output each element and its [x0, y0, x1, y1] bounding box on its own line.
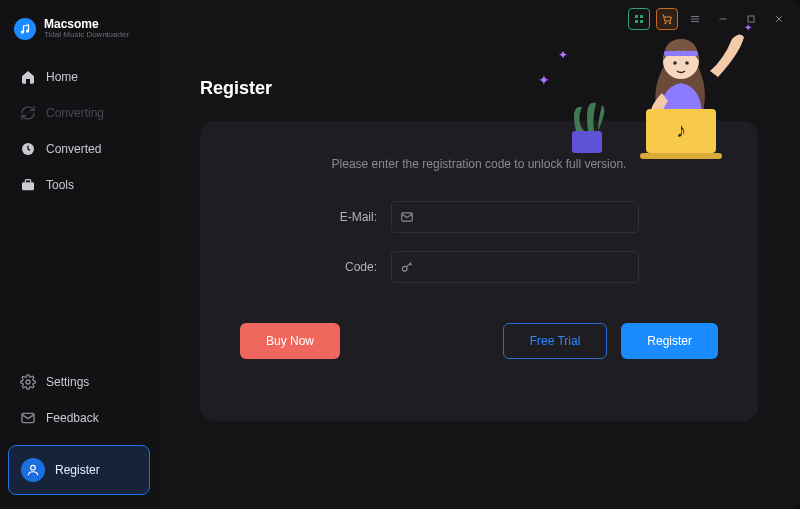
- sidebar-item-label: Settings: [46, 375, 89, 389]
- code-label: Code:: [319, 260, 377, 274]
- svg-point-11: [665, 22, 667, 24]
- sidebar-nav: Home Converting Converted Tools: [0, 60, 158, 202]
- register-card: ♪ ✦ ✦ Please enter the registration code…: [200, 121, 758, 421]
- svg-text:♪: ♪: [676, 119, 686, 141]
- sidebar-item-converting[interactable]: Converting: [10, 96, 148, 130]
- code-field-wrapper[interactable]: [391, 251, 639, 283]
- titlebar-cart-button[interactable]: [656, 8, 678, 30]
- sidebar-item-label: Tools: [46, 178, 74, 192]
- toolbox-icon: [20, 177, 36, 193]
- sidebar-item-label: Home: [46, 70, 78, 84]
- svg-rect-10: [640, 20, 643, 23]
- svg-point-21: [663, 43, 699, 79]
- brand: Macsome Tidal Music Downloader: [0, 18, 158, 60]
- sidebar-item-settings[interactable]: Settings: [10, 365, 148, 399]
- user-icon: [21, 458, 45, 482]
- email-input[interactable]: [422, 210, 630, 224]
- email-field-wrapper[interactable]: [391, 201, 639, 233]
- sidebar-item-home[interactable]: Home: [10, 60, 148, 94]
- clock-icon: [20, 141, 36, 157]
- register-form: E-Mail: Code:: [240, 201, 718, 283]
- sidebar-register-label: Register: [55, 463, 100, 477]
- code-input[interactable]: [422, 260, 630, 274]
- svg-point-4: [26, 380, 30, 384]
- key-icon: [400, 260, 414, 274]
- brand-subtitle: Tidal Music Downloader: [44, 31, 129, 40]
- mail-icon: [400, 210, 414, 224]
- svg-rect-9: [635, 20, 638, 23]
- sidebar: Macsome Tidal Music Downloader Home Conv…: [0, 0, 158, 509]
- sidebar-bottom-nav: Settings Feedback: [0, 365, 158, 435]
- main-area: Register ✦: [158, 0, 800, 509]
- form-row-email: E-Mail:: [319, 201, 639, 233]
- svg-rect-20: [572, 131, 602, 153]
- register-actions: Buy Now Free Trial Register: [240, 323, 718, 359]
- svg-point-12: [669, 22, 671, 24]
- window-minimize-button[interactable]: [712, 8, 734, 30]
- svg-rect-8: [640, 15, 643, 18]
- svg-rect-17: [748, 16, 754, 22]
- window-close-button[interactable]: [768, 8, 790, 30]
- content: Register ✦: [158, 38, 800, 509]
- svg-point-6: [31, 465, 36, 470]
- window-maximize-button[interactable]: [740, 8, 762, 30]
- svg-point-1: [27, 30, 29, 32]
- register-hint: Please enter the registration code to un…: [240, 157, 718, 171]
- email-label: E-Mail:: [319, 210, 377, 224]
- svg-rect-25: [646, 109, 716, 153]
- svg-rect-22: [664, 51, 698, 56]
- sidebar-item-converted[interactable]: Converted: [10, 132, 148, 166]
- sidebar-item-tools[interactable]: Tools: [10, 168, 148, 202]
- form-row-code: Code:: [319, 251, 639, 283]
- sidebar-item-label: Feedback: [46, 411, 99, 425]
- converting-icon: [20, 105, 36, 121]
- svg-rect-3: [22, 182, 34, 190]
- svg-text:✦: ✦: [558, 48, 568, 62]
- free-trial-button[interactable]: Free Trial: [503, 323, 608, 359]
- app-window: Macsome Tidal Music Downloader Home Conv…: [0, 0, 800, 509]
- mail-icon: [20, 410, 36, 426]
- svg-point-23: [673, 61, 677, 65]
- titlebar-menu-button[interactable]: [684, 8, 706, 30]
- titlebar-apps-button[interactable]: [628, 8, 650, 30]
- sidebar-item-label: Converting: [46, 106, 104, 120]
- svg-point-0: [22, 31, 24, 33]
- sparkle-icon: ✦: [538, 72, 550, 88]
- titlebar: [158, 0, 800, 38]
- sidebar-item-feedback[interactable]: Feedback: [10, 401, 148, 435]
- buy-now-button[interactable]: Buy Now: [240, 323, 340, 359]
- register-button[interactable]: Register: [621, 323, 718, 359]
- sidebar-item-register[interactable]: Register: [8, 445, 150, 495]
- brand-logo-icon: [14, 18, 36, 40]
- home-icon: [20, 69, 36, 85]
- gear-icon: [20, 374, 36, 390]
- svg-point-24: [685, 61, 689, 65]
- sidebar-item-label: Converted: [46, 142, 101, 156]
- svg-point-31: [402, 266, 407, 271]
- page-title: Register: [200, 78, 758, 99]
- svg-rect-7: [635, 15, 638, 18]
